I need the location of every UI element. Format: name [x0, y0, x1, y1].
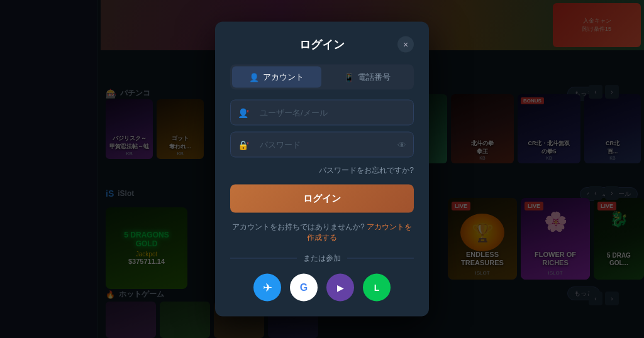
password-input-group: 🔒 * 👁	[230, 132, 414, 158]
login-tab-group: 👤 アカウント 📱 電話番号	[230, 65, 414, 90]
forgot-password-container: パスワードをお忘れですか?	[230, 164, 414, 176]
username-input[interactable]	[230, 100, 414, 126]
divider-line-right	[347, 258, 414, 259]
password-input[interactable]	[230, 132, 414, 158]
line-icon: L	[374, 283, 380, 293]
telegram-login-button[interactable]: ✈	[253, 274, 281, 302]
required-marker: *	[247, 141, 249, 148]
social-divider: または参加	[230, 253, 414, 264]
tab-account[interactable]: 👤 アカウント	[232, 67, 321, 88]
login-button[interactable]: ログイン	[230, 185, 414, 213]
google-icon: G	[300, 282, 308, 293]
social-login-group: ✈ G ▶ L	[230, 274, 414, 302]
modal-close-button[interactable]: ×	[397, 36, 414, 53]
divider-line-left	[230, 258, 297, 259]
google-login-button[interactable]: G	[290, 274, 318, 302]
telegram-icon: ✈	[263, 281, 272, 295]
register-prompt: アカウントをお持ちではありませんか? アカウントを作成する	[230, 222, 414, 243]
modal-header: ログイン ×	[230, 37, 414, 52]
eye-icon[interactable]: 👁	[397, 139, 406, 150]
required-marker: *	[247, 109, 249, 116]
twitch-icon: ▶	[337, 283, 344, 293]
username-input-group: 👤 *	[230, 100, 414, 126]
login-modal: ログイン × 👤 アカウント 📱 電話番号 👤 * 🔒 * 👁 パスワードをお忘…	[215, 22, 429, 317]
line-login-button[interactable]: L	[363, 274, 391, 302]
phone-icon: 📱	[344, 72, 354, 82]
account-icon: 👤	[249, 72, 259, 82]
twitch-login-button[interactable]: ▶	[326, 274, 354, 302]
modal-title: ログイン	[299, 37, 345, 52]
tab-phone[interactable]: 📱 電話番号	[323, 67, 413, 88]
forgot-password-link[interactable]: パスワードをお忘れですか?	[319, 166, 414, 175]
divider-text: または参加	[303, 253, 341, 264]
